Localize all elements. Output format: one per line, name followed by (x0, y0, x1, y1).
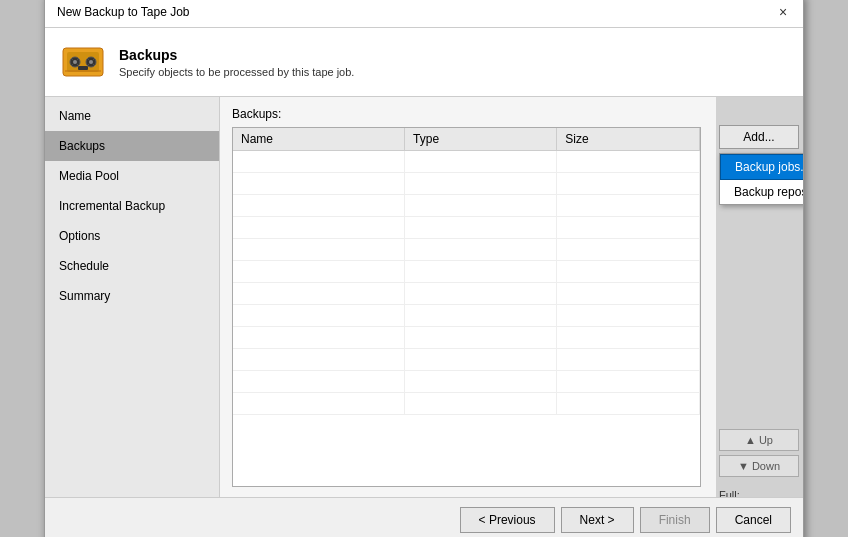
header-text: Backups Specify objects to be processed … (119, 47, 354, 78)
dropdown-backup-repositories[interactable]: Backup repositories... (720, 180, 803, 204)
table-row (233, 349, 700, 371)
table-row (233, 173, 700, 195)
finish-button[interactable]: Finish (640, 507, 710, 533)
col-type: Type (405, 128, 557, 151)
table-row (233, 261, 700, 283)
add-button[interactable]: Add... (719, 125, 799, 149)
table-row (233, 283, 700, 305)
dialog: New Backup to Tape Job × (44, 0, 804, 537)
down-button[interactable]: ▼ Down (719, 455, 799, 477)
table-row (233, 305, 700, 327)
sidebar-item-incremental-backup[interactable]: Incremental Backup (45, 191, 219, 221)
footer: < Previous Next > Finish Cancel (45, 497, 803, 537)
header-description: Specify objects to be processed by this … (119, 66, 354, 78)
col-size: Size (557, 128, 700, 151)
sidebar: Name Backups Media Pool Incremental Back… (45, 97, 220, 497)
table-row (233, 151, 700, 173)
sidebar-item-schedule[interactable]: Schedule (45, 251, 219, 281)
table-row (233, 217, 700, 239)
table-row (233, 371, 700, 393)
svg-rect-7 (65, 70, 101, 72)
up-label: Up (759, 434, 773, 446)
svg-point-5 (89, 60, 93, 64)
header-section: Backups Specify objects to be processed … (45, 28, 803, 97)
next-button[interactable]: Next > (561, 507, 634, 533)
table-row (233, 195, 700, 217)
dropdown-menu: Backup jobs... Backup repositories... (719, 153, 803, 205)
main-content: Backups: Name Type Size (220, 97, 803, 497)
up-button[interactable]: ▲ Up (719, 429, 799, 451)
backups-label: Backups: (232, 107, 791, 121)
header-title: Backups (119, 47, 354, 63)
table-row (233, 393, 700, 415)
sidebar-item-media-pool[interactable]: Media Pool (45, 161, 219, 191)
svg-rect-6 (78, 66, 88, 70)
up-arrow-icon: ▲ (745, 434, 756, 446)
sidebar-item-name[interactable]: Name (45, 101, 219, 131)
dialog-title: New Backup to Tape Job (57, 5, 190, 19)
down-label: Down (752, 460, 780, 472)
previous-button[interactable]: < Previous (460, 507, 555, 533)
title-bar: New Backup to Tape Job × (45, 0, 803, 28)
cancel-button[interactable]: Cancel (716, 507, 791, 533)
sidebar-item-summary[interactable]: Summary (45, 281, 219, 311)
dropdown-backup-jobs[interactable]: Backup jobs... (720, 154, 803, 180)
sidebar-item-backups[interactable]: Backups (45, 131, 219, 161)
col-name: Name (233, 128, 405, 151)
full-label: Full: (719, 489, 799, 497)
backups-table: Name Type Size (232, 127, 701, 487)
down-arrow-icon: ▼ (738, 460, 749, 472)
svg-point-4 (73, 60, 77, 64)
tape-icon (59, 38, 107, 86)
close-button[interactable]: × (775, 4, 791, 20)
sidebar-item-options[interactable]: Options (45, 221, 219, 251)
table-row (233, 239, 700, 261)
table-row (233, 327, 700, 349)
body: Name Backups Media Pool Incremental Back… (45, 97, 803, 497)
